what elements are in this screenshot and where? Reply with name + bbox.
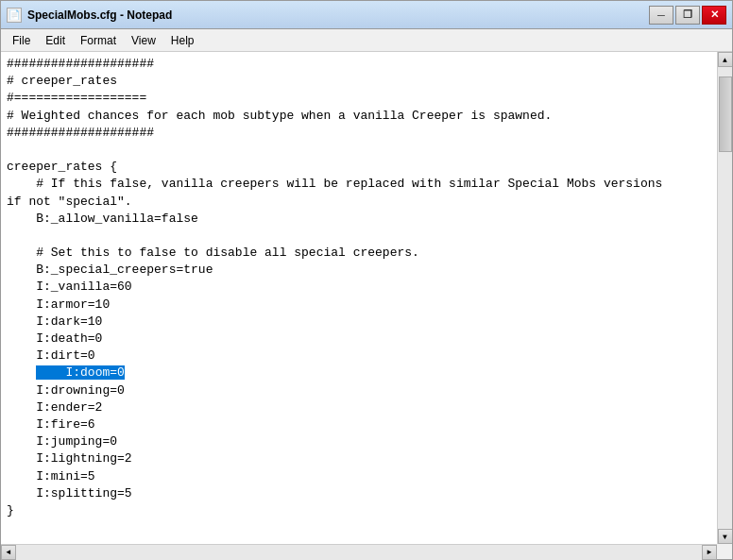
- bottom-area: ◄ ►: [1, 544, 732, 559]
- menu-edit[interactable]: Edit: [38, 32, 73, 49]
- scroll-track-vertical[interactable]: [718, 67, 733, 529]
- vertical-scrollbar: ▲ ▼: [717, 52, 732, 544]
- menu-bar: File Edit Format View Help: [1, 29, 732, 52]
- scroll-up-button[interactable]: ▲: [718, 52, 733, 67]
- title-bar-left: 📄 SpecialMobs.cfg - Notepad: [7, 8, 172, 23]
- scroll-left-button[interactable]: ◄: [1, 545, 16, 560]
- selected-text: I:doom=0: [36, 365, 125, 380]
- menu-format[interactable]: Format: [73, 32, 124, 49]
- editor-container: #################### # creeper_rates #==…: [1, 52, 732, 544]
- title-bar: 📄 SpecialMobs.cfg - Notepad ─ ❐ ✕: [1, 1, 732, 29]
- scroll-down-button[interactable]: ▼: [718, 529, 733, 544]
- window-controls: ─ ❐ ✕: [649, 6, 726, 25]
- scroll-right-button[interactable]: ►: [702, 545, 717, 560]
- menu-view[interactable]: View: [124, 32, 163, 49]
- restore-button[interactable]: ❐: [675, 6, 700, 25]
- menu-help[interactable]: Help: [163, 32, 202, 49]
- scroll-corner: [717, 544, 732, 559]
- close-button[interactable]: ✕: [702, 6, 726, 25]
- scroll-track-horizontal[interactable]: [16, 545, 702, 560]
- minimize-button[interactable]: ─: [649, 6, 673, 25]
- main-window: 📄 SpecialMobs.cfg - Notepad ─ ❐ ✕ File E…: [0, 0, 733, 560]
- menu-file[interactable]: File: [5, 32, 38, 49]
- horizontal-scrollbar: ◄ ►: [1, 544, 717, 559]
- scroll-thumb-vertical[interactable]: [719, 76, 732, 152]
- editor-textarea[interactable]: #################### # creeper_rates #==…: [1, 52, 717, 544]
- window-title: SpecialMobs.cfg - Notepad: [27, 8, 172, 22]
- app-icon: 📄: [7, 8, 22, 23]
